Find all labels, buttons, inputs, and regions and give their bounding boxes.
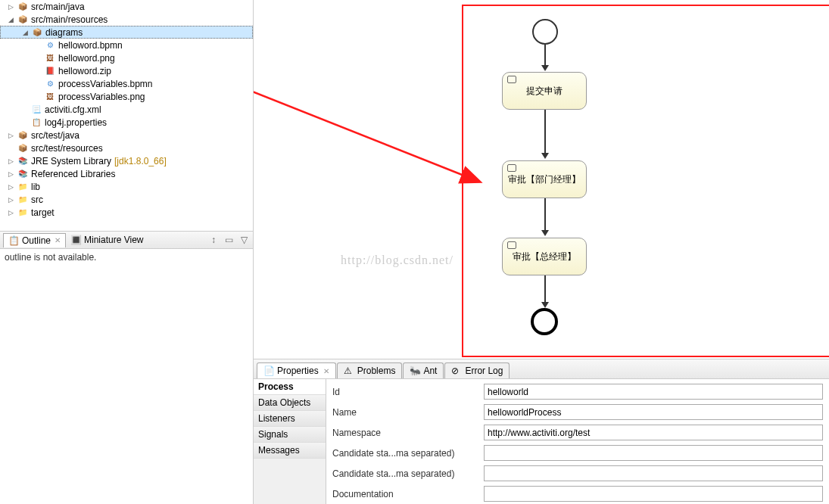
cat-messages[interactable]: Messages bbox=[254, 443, 326, 459]
editor-area: http://blog.csdn.net/ 提交申请 审批【部门经理】 审批【总… bbox=[254, 0, 829, 504]
expander-icon[interactable]: ▷ bbox=[6, 2, 15, 11]
tree-label: Referenced Libraries bbox=[31, 169, 115, 179]
close-icon[interactable]: ✕ bbox=[55, 236, 61, 244]
project-tree[interactable]: ▷📦src/main/java◢📦src/main/resources◢📦dia… bbox=[0, 0, 253, 231]
cat-process[interactable]: Process bbox=[254, 379, 326, 395]
tree-item[interactable]: ▷📦src/main/java bbox=[0, 0, 253, 13]
outline-header: 📋 Outline ✕ 🔳 Miniature View ↕ ▭ ▽ bbox=[0, 231, 253, 249]
expander-icon[interactable] bbox=[33, 54, 42, 63]
input-namespace[interactable] bbox=[484, 425, 823, 440]
expander-icon[interactable]: ◢ bbox=[20, 28, 30, 37]
tree-label: target bbox=[31, 207, 55, 218]
input-candidate2[interactable] bbox=[484, 465, 823, 481]
pkg-icon: 📦 bbox=[17, 14, 29, 26]
ant-icon: 🐜 bbox=[410, 366, 420, 376]
expander-icon[interactable]: ▷ bbox=[6, 182, 15, 191]
input-id[interactable] bbox=[484, 384, 823, 400]
tree-item[interactable]: 🖼helloword.png bbox=[0, 51, 253, 64]
pkg-icon: 📦 bbox=[31, 26, 43, 39]
outline-body: outline is not available. bbox=[0, 249, 253, 266]
bottom-tabs: 📄 Properties ✕ ⚠ Problems 🐜 Ant ⊘ Error … bbox=[254, 359, 829, 379]
lib-icon: 📚 bbox=[17, 155, 29, 167]
form-row-id: Id bbox=[332, 384, 823, 400]
bpmn-task-dept-approve[interactable]: 审批【部门经理】 bbox=[502, 160, 587, 198]
expander-icon[interactable] bbox=[33, 79, 42, 89]
tab-miniature[interactable]: 🔳 Miniature View bbox=[66, 233, 148, 247]
tree-item[interactable]: ▷📁lib bbox=[0, 180, 253, 193]
label-id: Id bbox=[332, 387, 484, 397]
properties-icon: 📄 bbox=[263, 366, 274, 376]
bpmn-start-event[interactable] bbox=[532, 19, 558, 45]
input-documentation[interactable] bbox=[484, 486, 823, 502]
left-panel: ▷📦src/main/java◢📦src/main/resources◢📦dia… bbox=[0, 0, 254, 504]
tree-label: diagrams bbox=[45, 27, 83, 38]
folder-icon: 📁 bbox=[17, 207, 29, 219]
expander-icon[interactable] bbox=[20, 105, 29, 114]
user-task-icon bbox=[507, 76, 516, 83]
cat-listeners[interactable]: Listeners bbox=[254, 411, 326, 427]
cat-data-objects[interactable]: Data Objects bbox=[254, 395, 326, 411]
tab-problems[interactable]: ⚠ Problems bbox=[337, 362, 403, 378]
bpmn-icon: ⚙ bbox=[44, 78, 56, 90]
bpmn-task-submit[interactable]: 提交申请 bbox=[502, 72, 587, 110]
expander-icon[interactable]: ▷ bbox=[6, 170, 15, 179]
tree-label: helloword.bpmn bbox=[58, 40, 123, 51]
tree-item[interactable]: ▷📚JRE System Library[jdk1.8.0_66] bbox=[0, 154, 253, 167]
tab-label: Miniature View bbox=[84, 235, 143, 245]
sort-icon[interactable]: ↕ bbox=[207, 234, 220, 246]
tab-ant[interactable]: 🐜 Ant bbox=[403, 362, 444, 378]
tab-label: Ant bbox=[423, 366, 437, 376]
tree-item[interactable]: ▷📚Referenced Libraries bbox=[0, 167, 253, 180]
tree-item[interactable]: 📦src/test/resources bbox=[0, 142, 253, 154]
input-candidate1[interactable] bbox=[484, 445, 823, 461]
tab-error-log[interactable]: ⊘ Error Log bbox=[444, 362, 510, 378]
expander-icon[interactable]: ▷ bbox=[6, 131, 15, 140]
tree-item[interactable]: 🖼processVariables.png bbox=[0, 90, 253, 103]
expander-icon[interactable]: ▷ bbox=[6, 208, 15, 217]
tab-properties[interactable]: 📄 Properties ✕ bbox=[257, 362, 336, 378]
menu-icon[interactable]: ▽ bbox=[238, 234, 250, 246]
tab-label: Error Log bbox=[465, 366, 503, 376]
bpmn-icon: ⚙ bbox=[44, 39, 56, 51]
expander-icon[interactable] bbox=[6, 144, 15, 153]
tree-item[interactable]: ▷📦src/test/java bbox=[0, 129, 253, 142]
tree-item[interactable]: ▷📁target bbox=[0, 206, 253, 219]
tree-label: src bbox=[31, 194, 43, 205]
folder-icon: 📁 bbox=[17, 194, 29, 206]
tree-label: lib bbox=[31, 182, 40, 192]
tree-item[interactable]: ◢📦src/main/resources bbox=[0, 13, 253, 26]
close-icon[interactable]: ✕ bbox=[323, 367, 329, 375]
expander-icon[interactable]: ▷ bbox=[6, 157, 15, 166]
tree-item[interactable]: 📋log4j.properties bbox=[0, 116, 253, 129]
cat-signals[interactable]: Signals bbox=[254, 427, 326, 443]
task-label: 审批【部门经理】 bbox=[508, 173, 581, 186]
bpmn-end-event[interactable] bbox=[531, 308, 558, 335]
form-row-candidate1: Candidate sta...ma separated) bbox=[332, 445, 823, 461]
bpmn-canvas[interactable]: http://blog.csdn.net/ 提交申请 审批【部门经理】 审批【总… bbox=[254, 0, 829, 359]
expander-icon[interactable]: ◢ bbox=[6, 15, 15, 24]
png-icon: 🖼 bbox=[44, 91, 56, 103]
arrowhead-icon bbox=[541, 65, 549, 71]
tree-item[interactable]: ⚙processVariables.bpmn bbox=[0, 77, 253, 90]
tab-label: Problems bbox=[357, 366, 396, 376]
tree-label: src/main/resources bbox=[31, 14, 108, 25]
input-name[interactable] bbox=[484, 404, 823, 420]
expander-icon[interactable] bbox=[20, 118, 29, 127]
expander-icon[interactable]: ▷ bbox=[6, 195, 15, 204]
minimize-icon[interactable]: ▭ bbox=[223, 234, 235, 246]
expander-icon[interactable] bbox=[33, 41, 42, 50]
expander-icon[interactable] bbox=[33, 67, 42, 76]
form-row-name: Name bbox=[332, 404, 823, 420]
user-task-icon bbox=[507, 241, 516, 249]
tree-item[interactable]: 📃activiti.cfg.xml bbox=[0, 103, 253, 116]
bpmn-task-gm-approve[interactable]: 审批【总经理】 bbox=[502, 238, 587, 275]
tab-outline[interactable]: 📋 Outline ✕ bbox=[3, 233, 66, 247]
pkg-icon: 📦 bbox=[17, 129, 29, 142]
tree-item[interactable]: ▷📁src bbox=[0, 193, 253, 206]
tree-item[interactable]: 📕helloword.zip bbox=[0, 64, 253, 77]
tree-item[interactable]: ⚙helloword.bpmn bbox=[0, 39, 253, 51]
tree-label: src/main/java bbox=[31, 2, 85, 12]
tree-item[interactable]: ◢📦diagrams bbox=[0, 26, 253, 39]
expander-icon[interactable] bbox=[33, 92, 42, 101]
miniature-icon: 🔳 bbox=[70, 235, 82, 245]
